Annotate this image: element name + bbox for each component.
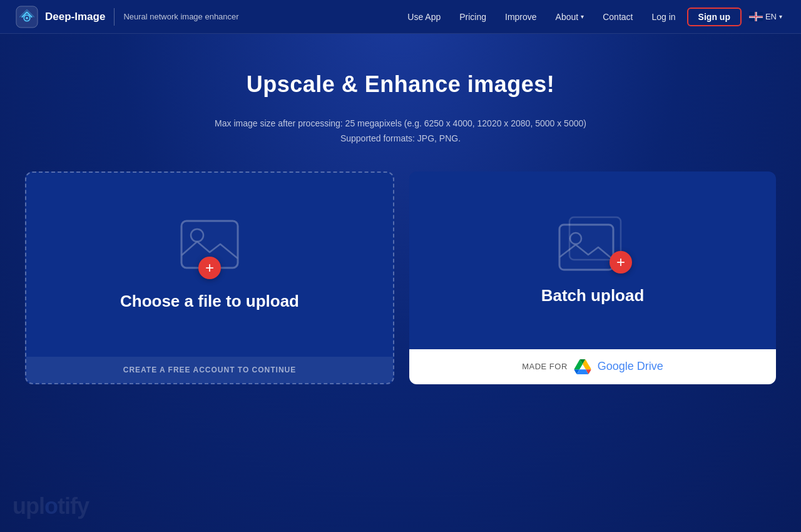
header: Deep-Image Neural network image enhancer… [0,0,801,34]
language-selector[interactable]: EN ▾ [745,8,786,25]
nav-about[interactable]: About ▾ [548,8,592,26]
google-drive-label: Google Drive [598,360,663,373]
batch-upload-inner: + Batch upload [409,171,776,349]
google-drive-icon [574,359,591,374]
hero-subtitle: Max image size after processing: 25 mega… [215,116,586,146]
logo-name: Deep-Image [45,11,105,23]
nav-improve[interactable]: Improve [497,8,544,26]
logo-icon [15,5,39,29]
batch-upload-label: Batch upload [541,286,645,305]
watermark-text-end: tify [58,493,89,519]
watermark-text-highlight: o [44,493,58,519]
nav-login[interactable]: Log in [644,8,683,26]
single-upload-label: Choose a file to upload [120,292,299,311]
batch-image-front-icon [558,223,615,271]
logo-tagline: Neural network image enhancer [123,12,238,21]
svg-point-2 [26,17,28,19]
hero-subtitle-line2: Supported formats: JPG, PNG. [215,131,586,146]
nav-pricing[interactable]: Pricing [452,8,494,26]
hero-title: Upscale & Enhance images! [247,71,555,98]
batch-upload-icon-wrap: + [558,215,627,271]
single-upload-card[interactable]: + Choose a file to upload CREATE A FREE … [25,171,394,384]
logo-divider [114,8,115,26]
watermark-text-start: upl [13,493,44,519]
logo-area[interactable]: Deep-Image [15,5,105,29]
hero-subtitle-line1: Max image size after processing: 25 mega… [215,116,586,131]
single-upload-plus-button[interactable]: + [198,257,221,279]
language-label: EN [765,12,777,21]
flag-uk-icon [749,12,763,21]
main-nav: Use App Pricing Improve About ▾ Contact … [400,8,786,26]
batch-upload-google-footer[interactable]: MADE FOR Google Drive [409,349,776,384]
nav-use-app[interactable]: Use App [400,8,448,26]
lang-dropdown-arrow: ▾ [779,13,782,20]
nav-signup-button[interactable]: Sign up [687,8,742,26]
made-for-label: MADE FOR [522,362,568,371]
single-upload-icon-wrap: + [175,218,244,277]
svg-rect-6 [559,225,613,270]
about-dropdown-arrow: ▾ [581,13,584,20]
main-content: Upscale & Enhance images! Max image size… [0,34,801,384]
upload-cards: + Choose a file to upload CREATE A FREE … [25,171,776,384]
batch-upload-card[interactable]: + Batch upload MADE FOR Google Drive [409,171,776,384]
single-upload-footer: CREATE A FREE ACCOUNT TO CONTINUE [26,357,393,383]
single-upload-inner: + Choose a file to upload [26,173,393,357]
nav-contact[interactable]: Contact [595,8,640,26]
batch-upload-plus-button[interactable]: + [610,251,632,274]
watermark: uplotify [13,493,89,519]
